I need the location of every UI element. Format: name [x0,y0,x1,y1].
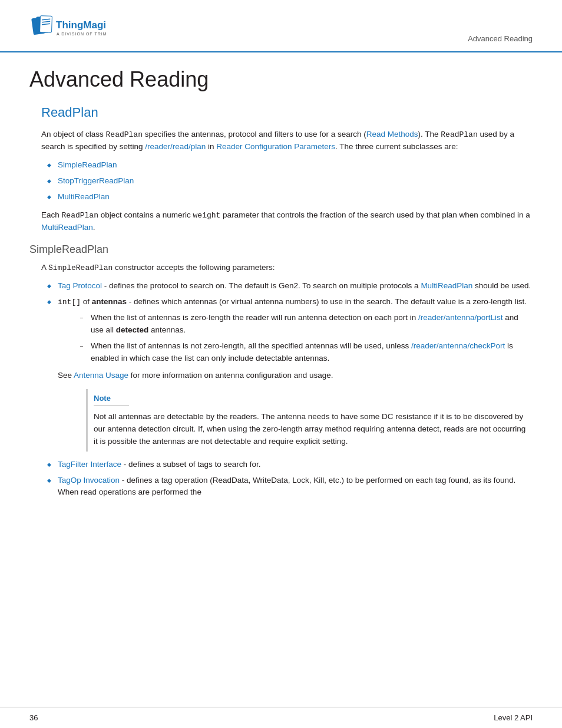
tagfilter-text: - defines a subset of tags to search for… [124,460,261,469]
antennas-bold: antennas [92,297,127,306]
readplan-code-2: ReadPlan [441,130,477,139]
list-item-tagfilter: TagFilter Interface - defines a subset o… [47,459,533,471]
weight-code: weight [193,211,221,220]
simplereadplan-section: SimpleReadPlan A SimpleReadPlan construc… [29,243,533,499]
tag-protocol-link[interactable]: Tag Protocol [58,281,102,290]
simplereadplan-code-1: SimpleReadPlan [48,263,113,272]
reader-config-params-link[interactable]: Reader Configuration Parameters [216,142,335,151]
svg-text:ThingMagic: ThingMagic [56,19,106,31]
list-item: When the list of antennas is not zero-le… [80,340,533,365]
antennas-sub-list: When the list of antennas is zero-length… [80,312,533,365]
thingmagic-logo: ThingMagic A DIVISION OF TRIMBLE [29,13,106,45]
page-title: Advanced Reading [29,67,533,92]
antennas-text-of: of [83,297,92,306]
content-area: Advanced Reading ReadPlan An object of c… [0,52,562,707]
tagfilter-link[interactable]: TagFilter Interface [58,460,121,469]
portlist-link[interactable]: /reader/antenna/portList [418,313,503,322]
readplan-intro: An object of class ReadPlan specifies th… [41,129,533,153]
simplereadplan-heading: SimpleReadPlan [29,243,533,256]
footer-page-number: 36 [29,713,38,722]
see-text-2: for more information on antenna configur… [128,371,333,380]
readplan-weight-text: Each ReadPlan object contains a numeric … [41,209,533,234]
header: ThingMagic A DIVISION OF TRIMBLE Advance… [0,0,562,52]
detected-bold: detected [116,325,149,334]
int-array-code: int[] [58,298,81,307]
read-methods-link[interactable]: Read Methods [366,130,418,139]
list-item-antennas: int[] of antennas - defines which antenn… [47,296,533,452]
dash-item-1-text1: When the list of antennas is zero-length… [91,313,418,322]
multireadplan-link-2[interactable]: MultiReadPlan [41,223,93,232]
list-item: SimpleReadPlan [47,159,533,172]
readplan-subclass-list: SimpleReadPlan StopTriggerReadPlan Multi… [47,159,533,203]
tagop-text: - defines a tag operation (ReadData, Wri… [58,476,515,497]
tag-protocol-text: - defines the protocol to search on. The… [104,281,421,290]
readplan-code-3: ReadPlan [62,211,98,220]
see-text-1: See [58,371,74,380]
reader-read-plan-link[interactable]: /reader/read/plan [145,142,206,151]
list-item-tagprotocol: Tag Protocol - defines the protocol to s… [47,280,533,292]
multireadplan-link-3[interactable]: MultiReadPlan [421,281,472,290]
checkport-link[interactable]: /reader/antenna/checkPort [411,341,505,350]
list-item: When the list of antennas is zero-length… [80,312,533,337]
simplereadplan-link-1[interactable]: SimpleReadPlan [58,160,117,169]
readplan-section: ReadPlan An object of class ReadPlan spe… [29,105,533,234]
see-antenna-usage: See Antenna Usage for more information o… [58,370,533,382]
dash-item-2-text1: When the list of antennas is not zero-le… [91,341,411,350]
tag-protocol-text2: should be used. [475,281,531,290]
dash-item-1-text3: antennas. [148,325,186,334]
list-item: MultiReadPlan [47,191,533,203]
footer: 36 Level 2 API [0,707,562,728]
header-section-title: Advanced Reading [468,34,533,45]
note-text: Not all antennas are detectable by the r… [94,411,527,448]
readplan-code-1: ReadPlan [106,130,143,139]
readplan-heading: ReadPlan [41,105,533,120]
tagop-link[interactable]: TagOp Invocation [58,476,120,485]
logo-area: ThingMagic A DIVISION OF TRIMBLE [29,13,106,45]
list-item-tagop: TagOp Invocation - defines a tag operati… [47,475,533,499]
antenna-usage-link[interactable]: Antenna Usage [74,371,128,380]
page: ThingMagic A DIVISION OF TRIMBLE Advance… [0,0,562,728]
stoptriggerreadplan-link[interactable]: StopTriggerReadPlan [58,176,134,185]
note-label: Note [94,393,129,406]
simplereadplan-params-list: Tag Protocol - defines the protocol to s… [47,280,533,499]
antennas-text-desc: - defines which antennas (or virtual ant… [127,297,527,306]
multireadplan-link-1[interactable]: MultiReadPlan [58,192,110,201]
footer-label: Level 2 API [494,713,533,722]
svg-text:A DIVISION OF TRIMBLE: A DIVISION OF TRIMBLE [57,32,106,36]
note-box: Note Not all antennas are detectable by … [86,389,533,452]
simplereadplan-intro: A SimpleReadPlan constructor accepts the… [41,262,533,274]
list-item: StopTriggerReadPlan [47,175,533,187]
